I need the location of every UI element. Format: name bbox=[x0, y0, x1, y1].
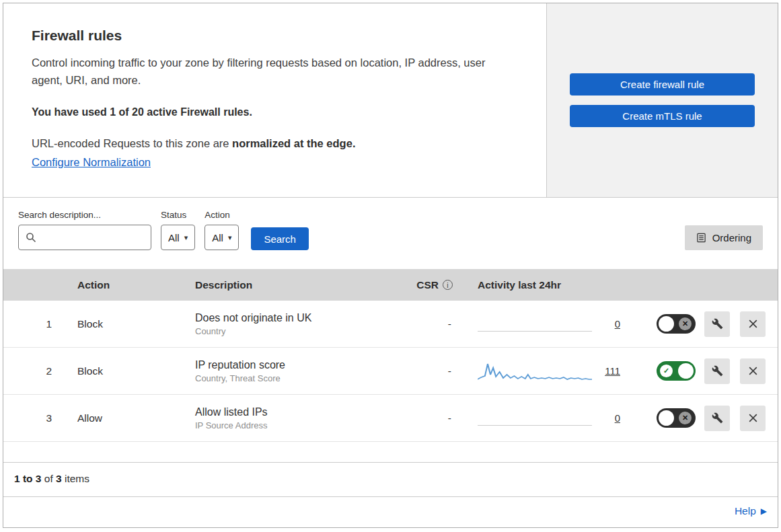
rule-activity-cell: 0 bbox=[454, 313, 653, 336]
toggle-knob bbox=[659, 316, 674, 332]
pagination-items: items bbox=[62, 473, 89, 484]
create-mtls-rule-button[interactable]: Create mTLS rule bbox=[570, 105, 755, 127]
toggle-knob bbox=[659, 410, 674, 426]
activity-sparkline-flat bbox=[478, 313, 592, 336]
status-dropdown[interactable]: All▾ bbox=[161, 225, 195, 250]
toggle-off-icon: ✕ bbox=[679, 412, 692, 424]
status-label: Status bbox=[161, 210, 195, 220]
rule-description-cell: Does not originate in UK Country bbox=[195, 312, 390, 336]
page-title: Firewall rules bbox=[32, 28, 517, 44]
activity-count-link[interactable]: 0 bbox=[601, 412, 620, 424]
rule-edit-cell bbox=[700, 406, 735, 431]
ordering-button[interactable]: Ordering bbox=[685, 225, 763, 250]
chevron-down-icon: ▾ bbox=[228, 233, 232, 242]
arrow-right-icon: ▶ bbox=[761, 506, 767, 516]
normalization-note: URL-encoded Requests to this zone are no… bbox=[32, 137, 517, 150]
toggle-on-icon: ✓ bbox=[660, 365, 673, 377]
rule-delete-cell bbox=[735, 311, 771, 337]
rule-enabled-toggle[interactable]: ✕ bbox=[657, 408, 696, 428]
ordering-button-label: Ordering bbox=[712, 232, 751, 243]
action-dropdown-value: All bbox=[212, 232, 223, 243]
help-link[interactable]: Help▶ bbox=[735, 505, 767, 517]
header-csr: CSRi bbox=[390, 279, 454, 291]
configure-normalization-link[interactable]: Configure Normalization bbox=[32, 156, 151, 168]
rule-action: Block bbox=[77, 318, 195, 330]
table-row: 2 Block IP reputation score Country, Thr… bbox=[3, 348, 778, 395]
pagination-total: 3 bbox=[56, 473, 62, 484]
wrench-icon bbox=[712, 318, 723, 330]
rule-action: Allow bbox=[77, 412, 195, 424]
toggle-knob bbox=[678, 363, 694, 379]
rule-description-cell: Allow listed IPs IP Source Address bbox=[195, 406, 390, 430]
search-filter-group: Search description... bbox=[18, 210, 151, 250]
search-icon bbox=[26, 232, 36, 243]
list-document-icon bbox=[696, 233, 706, 243]
sparkline-path bbox=[478, 364, 592, 379]
status-dropdown-value: All bbox=[168, 232, 180, 243]
rule-action: Block bbox=[77, 365, 195, 377]
search-input[interactable] bbox=[18, 225, 151, 250]
rule-fields: IP Source Address bbox=[195, 420, 390, 430]
create-firewall-rule-button[interactable]: Create firewall rule bbox=[570, 73, 755, 96]
filter-bar: Search description... Status All▾ Action… bbox=[3, 198, 778, 269]
rule-csr: - bbox=[390, 318, 454, 330]
rule-fields: Country bbox=[195, 326, 390, 336]
rule-description: IP reputation score bbox=[195, 359, 390, 371]
rule-enabled-toggle[interactable]: ✕ bbox=[657, 314, 696, 334]
page-header-section: Firewall rules Control incoming traffic … bbox=[3, 3, 778, 198]
wrench-icon bbox=[712, 412, 723, 424]
activity-count-link[interactable]: 0 bbox=[601, 318, 620, 330]
status-filter-group: Status All▾ bbox=[161, 210, 195, 250]
edit-rule-button[interactable] bbox=[704, 311, 730, 337]
close-icon bbox=[747, 365, 759, 377]
rule-description: Allow listed IPs bbox=[195, 406, 390, 418]
activity-sparkline bbox=[478, 360, 592, 383]
rule-activity-cell: 0 bbox=[454, 407, 653, 430]
normalization-note-bold: normalized at the edge. bbox=[232, 137, 355, 149]
search-button[interactable]: Search bbox=[251, 227, 309, 250]
rule-description: Does not originate in UK bbox=[195, 312, 390, 324]
rule-priority: 1 bbox=[3, 318, 77, 330]
activity-count-link[interactable]: 111 bbox=[601, 365, 620, 377]
pagination-range: 1 to 3 bbox=[14, 473, 41, 484]
action-dropdown[interactable]: All▾ bbox=[204, 225, 239, 250]
table-row: 1 Block Does not originate in UK Country… bbox=[3, 301, 778, 348]
usage-summary: You have used 1 of 20 active Firewall ru… bbox=[32, 106, 517, 118]
firewall-rules-page: Firewall rules Control incoming traffic … bbox=[3, 3, 778, 528]
edit-rule-button[interactable] bbox=[704, 358, 730, 384]
action-label: Action bbox=[204, 210, 239, 220]
rule-csr: - bbox=[390, 412, 454, 424]
rule-edit-cell bbox=[700, 358, 735, 384]
close-icon bbox=[747, 412, 759, 424]
rule-delete-cell bbox=[735, 358, 771, 384]
rule-toggle-cell: ✕ bbox=[653, 408, 700, 428]
rule-enabled-toggle[interactable]: ✓ bbox=[657, 361, 696, 381]
rule-csr: - bbox=[390, 365, 454, 377]
edit-rule-button[interactable] bbox=[704, 406, 730, 431]
search-label: Search description... bbox=[18, 210, 151, 220]
info-icon[interactable]: i bbox=[443, 280, 453, 290]
rule-activity-cell: 111 bbox=[454, 360, 653, 383]
activity-sparkline-flat bbox=[478, 407, 592, 430]
delete-rule-button[interactable] bbox=[740, 311, 766, 337]
rule-priority: 3 bbox=[3, 412, 77, 424]
header-action: Action bbox=[77, 279, 195, 291]
wrench-icon bbox=[712, 365, 723, 377]
actions-panel: Create firewall rule Create mTLS rule bbox=[546, 3, 778, 197]
header-description: Description bbox=[195, 279, 390, 291]
help-label: Help bbox=[735, 505, 756, 517]
rule-description-cell: IP reputation score Country, Threat Scor… bbox=[195, 359, 390, 383]
header-activity: Activity last 24hr bbox=[454, 279, 653, 291]
intro-panel: Firewall rules Control incoming traffic … bbox=[3, 3, 546, 197]
action-filter-group: Action All▾ bbox=[204, 210, 239, 250]
help-bar: Help▶ bbox=[3, 496, 778, 527]
pagination-summary: 1 to 3 of 3 items bbox=[3, 462, 778, 495]
table-spacer bbox=[3, 442, 778, 462]
rule-toggle-cell: ✕ bbox=[653, 314, 700, 334]
header-csr-label: CSR bbox=[416, 279, 439, 291]
delete-rule-button[interactable] bbox=[740, 358, 766, 384]
delete-rule-button[interactable] bbox=[740, 406, 766, 431]
close-icon bbox=[747, 318, 759, 330]
search-wrap bbox=[18, 225, 151, 250]
normalization-note-prefix: URL-encoded Requests to this zone are bbox=[32, 137, 232, 149]
